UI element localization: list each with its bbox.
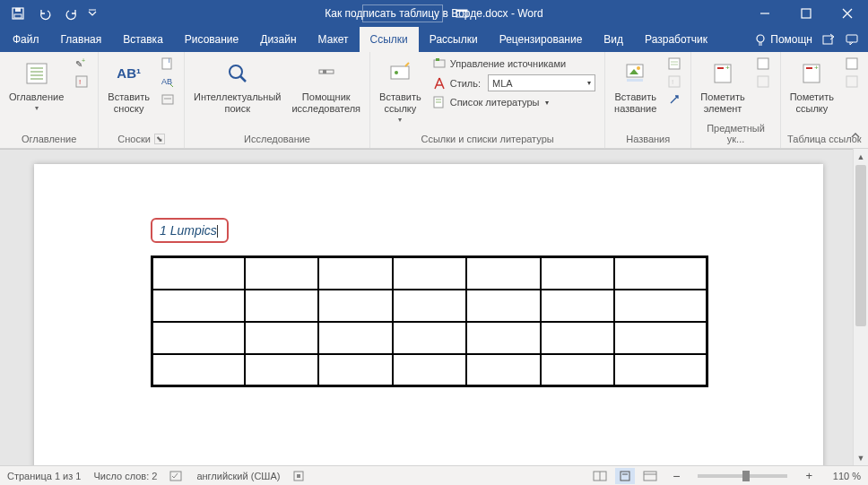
table-cell[interactable] xyxy=(466,322,541,354)
table-cell[interactable] xyxy=(318,354,393,386)
zoom-in-button[interactable]: + xyxy=(805,469,812,482)
table-row[interactable] xyxy=(152,290,707,322)
table-cell[interactable] xyxy=(541,290,615,322)
insert-toa-button[interactable] xyxy=(841,56,863,72)
table-cell[interactable] xyxy=(541,257,615,290)
table-cell[interactable] xyxy=(466,354,541,386)
table-cell[interactable] xyxy=(614,290,707,322)
save-button[interactable] xyxy=(5,2,30,25)
table-cell[interactable] xyxy=(245,290,319,322)
close-button[interactable] xyxy=(827,0,868,27)
smart-lookup-button[interactable]: Интеллектуальный поиск xyxy=(190,56,284,117)
tab-developer[interactable]: Разработчик xyxy=(634,27,718,52)
table-row[interactable] xyxy=(152,354,707,386)
tab-mailings[interactable]: Рассылки xyxy=(419,27,489,52)
tab-file[interactable]: Файл xyxy=(2,27,50,52)
citation-style-select[interactable]: MLA ▾ xyxy=(488,74,595,91)
update-toa-button[interactable] xyxy=(841,74,863,90)
cross-reference-button[interactable] xyxy=(664,91,685,108)
table-cell[interactable] xyxy=(466,257,541,290)
table-row[interactable] xyxy=(152,257,707,290)
tab-review[interactable]: Рецензирование xyxy=(489,27,594,52)
table-cell[interactable] xyxy=(614,322,707,354)
web-layout-button[interactable] xyxy=(640,468,660,484)
undo-button[interactable] xyxy=(32,2,57,25)
scroll-thumb[interactable] xyxy=(855,165,866,326)
scroll-down-button[interactable]: ▼ xyxy=(854,450,868,465)
table-cell[interactable] xyxy=(245,354,319,386)
tab-design[interactable]: Дизайн xyxy=(249,27,307,52)
table-caption[interactable]: 1 Lumpics xyxy=(151,218,229,243)
bibliography-button[interactable]: Список литературы ▾ xyxy=(429,94,599,110)
table-cell[interactable] xyxy=(245,257,319,290)
document-area[interactable]: 1 Lumpics xyxy=(0,149,868,465)
show-notes-button[interactable] xyxy=(157,91,178,108)
insert-footnote-button[interactable]: AB¹ Вставить сноску xyxy=(104,56,153,117)
mark-citation-button[interactable]: + Пометить ссылку xyxy=(786,56,838,117)
minimize-button[interactable] xyxy=(744,0,786,27)
table-cell[interactable] xyxy=(393,354,467,386)
table-cell[interactable] xyxy=(393,290,467,322)
tab-home[interactable]: Главная xyxy=(50,27,113,52)
language-status[interactable]: английский (США) xyxy=(196,471,280,481)
table-row[interactable] xyxy=(152,322,707,354)
table-cell[interactable] xyxy=(152,290,245,322)
toc-button[interactable]: Оглавление ▾ xyxy=(5,56,67,115)
insert-citation-button[interactable]: Вставить ссылку ▾ xyxy=(376,56,425,126)
redo-button[interactable] xyxy=(59,2,84,25)
table-cell[interactable] xyxy=(318,257,393,290)
spellcheck-status[interactable] xyxy=(169,470,184,482)
tab-references[interactable]: Ссылки xyxy=(360,27,419,52)
update-tof-button[interactable]: ! xyxy=(664,74,685,90)
page-number-status[interactable]: Страница 1 из 1 xyxy=(7,471,81,481)
researcher-button[interactable]: Помощник исследователя xyxy=(288,56,364,117)
table-cell[interactable] xyxy=(393,322,467,354)
table-cell[interactable] xyxy=(245,322,319,354)
word-count-status[interactable]: Число слов: 2 xyxy=(93,471,157,481)
footnotes-launcher[interactable]: ⬊ xyxy=(154,134,165,144)
table-cell[interactable] xyxy=(318,290,393,322)
maximize-button[interactable] xyxy=(786,0,827,27)
table-cell[interactable] xyxy=(152,322,245,354)
page[interactable]: 1 Lumpics xyxy=(34,164,823,465)
table-cell[interactable] xyxy=(541,354,615,386)
add-text-button[interactable]: ✎+ xyxy=(71,56,92,72)
table-cell[interactable] xyxy=(318,322,393,354)
tab-draw[interactable]: Рисование xyxy=(174,27,249,52)
table-cell[interactable] xyxy=(614,354,707,386)
insert-tof-button[interactable] xyxy=(664,56,685,72)
table-cell[interactable] xyxy=(466,290,541,322)
insert-caption-button[interactable]: Вставить название xyxy=(611,56,660,117)
share-button[interactable] xyxy=(821,32,836,47)
zoom-out-button[interactable]: − xyxy=(673,469,680,483)
print-layout-button[interactable] xyxy=(615,468,635,484)
group-toc-label: Оглавление xyxy=(22,134,76,144)
tab-layout[interactable]: Макет xyxy=(308,27,360,52)
insert-index-button[interactable] xyxy=(752,56,774,72)
comments-button[interactable] xyxy=(845,32,859,47)
macro-status[interactable] xyxy=(292,470,305,482)
table-cell[interactable] xyxy=(152,257,245,290)
vertical-scrollbar[interactable]: ▲ ▼ xyxy=(853,149,868,465)
scroll-up-button[interactable]: ▲ xyxy=(854,149,868,164)
table-cell[interactable] xyxy=(614,257,707,290)
zoom-level[interactable]: 110 % xyxy=(825,471,861,481)
manage-sources-button[interactable]: Управление источниками xyxy=(429,56,599,72)
update-toc-button[interactable]: ! xyxy=(71,74,92,90)
tell-me-button[interactable]: Помощн xyxy=(754,33,812,46)
table-cell[interactable] xyxy=(152,354,245,386)
qat-customize-button[interactable] xyxy=(86,2,99,25)
read-mode-button[interactable] xyxy=(590,468,610,484)
next-footnote-button[interactable]: AB xyxy=(157,74,178,90)
table-cell[interactable] xyxy=(393,257,467,290)
document-table[interactable] xyxy=(151,255,708,387)
tab-view[interactable]: Вид xyxy=(593,27,634,52)
tab-insert[interactable]: Вставка xyxy=(112,27,174,52)
zoom-slider-knob[interactable] xyxy=(742,471,750,481)
collapse-ribbon-button[interactable] xyxy=(846,126,864,144)
insert-endnote-button[interactable]: i xyxy=(157,56,178,72)
zoom-slider[interactable] xyxy=(698,474,787,478)
table-cell[interactable] xyxy=(541,322,615,354)
mark-entry-button[interactable]: + Пометить элемент xyxy=(697,56,748,117)
update-index-button[interactable] xyxy=(752,74,774,90)
